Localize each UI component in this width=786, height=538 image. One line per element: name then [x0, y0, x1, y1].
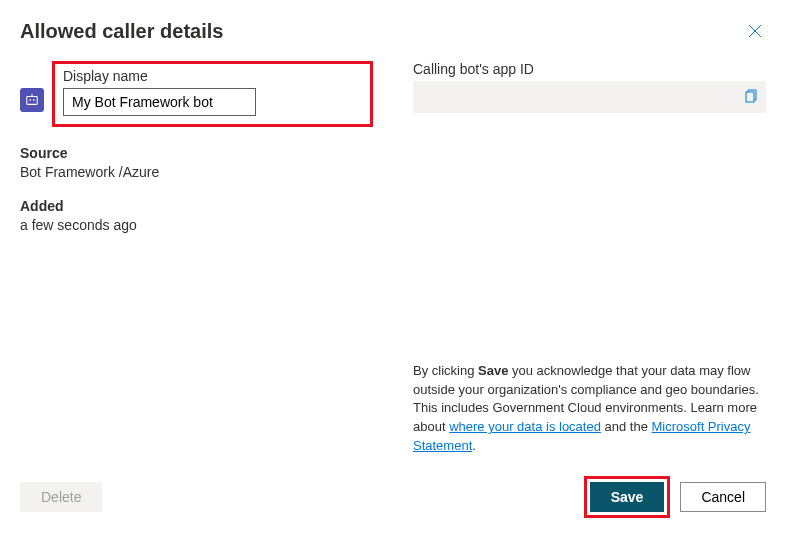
delete-button[interactable]: Delete: [20, 482, 102, 512]
panel-header: Allowed caller details: [20, 20, 766, 45]
allowed-caller-panel: Allowed caller details Display name Sour…: [0, 0, 786, 538]
copy-icon[interactable]: [742, 88, 758, 107]
display-name-row: Display name: [20, 61, 373, 139]
svg-point-2: [33, 99, 35, 101]
source-value: Bot Framework /Azure: [20, 164, 373, 180]
panel-body: Display name Source Bot Framework /Azure…: [20, 61, 766, 456]
save-highlight: Save: [584, 476, 671, 518]
svg-rect-4: [746, 92, 754, 102]
svg-point-1: [29, 99, 31, 101]
display-name-label: Display name: [63, 68, 362, 84]
right-column: Calling bot's app ID By clicking Save yo…: [413, 61, 766, 456]
disclaimer-end: .: [472, 438, 476, 453]
display-name-input[interactable]: [63, 88, 256, 116]
left-column: Display name Source Bot Framework /Azure…: [20, 61, 373, 456]
disclaimer-text: By clicking Save you acknowledge that yo…: [413, 342, 766, 456]
added-value: a few seconds ago: [20, 217, 373, 233]
footer-right: Save Cancel: [584, 476, 766, 518]
cancel-button[interactable]: Cancel: [680, 482, 766, 512]
app-id-field: [413, 81, 766, 113]
source-label: Source: [20, 145, 373, 161]
close-icon[interactable]: [744, 20, 766, 45]
disclaimer-pre: By clicking: [413, 363, 478, 378]
display-name-highlight: Display name: [52, 61, 373, 127]
save-button[interactable]: Save: [590, 482, 665, 512]
data-location-link[interactable]: where your data is located: [449, 419, 601, 434]
svg-rect-0: [27, 97, 38, 105]
added-label: Added: [20, 198, 373, 214]
disclaimer-and: and the: [601, 419, 652, 434]
bot-icon: [20, 88, 44, 112]
disclaimer-bold: Save: [478, 363, 508, 378]
panel-title: Allowed caller details: [20, 20, 223, 43]
app-id-label: Calling bot's app ID: [413, 61, 766, 77]
panel-footer: Delete Save Cancel: [20, 476, 766, 518]
